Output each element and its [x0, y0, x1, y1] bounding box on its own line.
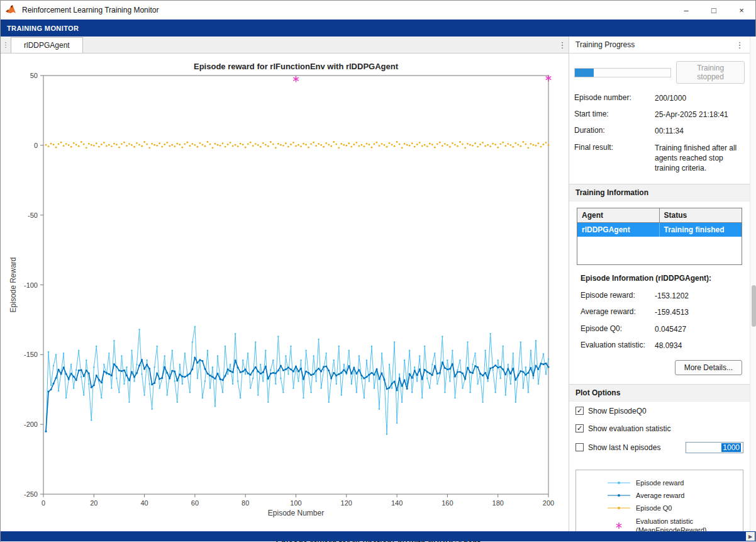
svg-text:-200: -200	[24, 421, 38, 428]
svg-text:-100: -100	[24, 281, 38, 289]
scrollbar-thumb[interactable]	[752, 285, 756, 327]
table-header-row: Agent Status	[577, 208, 742, 223]
status-cell: Training finished	[660, 223, 742, 237]
panel-kebab-menu-icon[interactable]: ⋮	[733, 40, 746, 50]
episode-information-heading: Episode Information (rlDDPGAgent):	[569, 266, 750, 284]
training-progress-fill	[575, 69, 594, 77]
drag-handle-icon[interactable]: ⋮	[1, 37, 11, 53]
svg-text:Episode Number: Episode Number	[268, 509, 324, 517]
svg-text:0: 0	[42, 499, 45, 507]
table-empty-area	[577, 237, 742, 264]
field-label: Episode number:	[574, 93, 655, 103]
window-title: Reinforcement Learning Training Monitor	[22, 6, 158, 14]
duration-row: Duration: 00:11:34	[574, 123, 745, 139]
panel-body: Training stopped Episode number: 200/100…	[569, 54, 750, 531]
option-label: Show EpisodeQ0	[588, 407, 647, 415]
progress-row: Training stopped	[569, 54, 750, 86]
average-reward-row: Average reward: -159.4513	[581, 304, 745, 320]
more-details-row: More Details...	[569, 355, 750, 378]
svg-text:60: 60	[191, 499, 199, 507]
svg-text:160: 160	[442, 499, 453, 507]
svg-text:200: 200	[543, 499, 554, 507]
episode-number-row: Episode number: 200/1000	[574, 90, 745, 106]
chart-legend: Episode reward Average reward	[575, 470, 743, 531]
field-value: -159.4513	[655, 307, 745, 317]
field-value: 25-Apr-2025 21:18:41	[655, 110, 745, 120]
chart-host: 020406080100120140160180200500-50-100-15…	[1, 54, 569, 533]
legend-item-average-reward: Average reward	[576, 489, 743, 502]
show-episodeq0-checkbox[interactable]	[575, 407, 584, 415]
minimize-icon[interactable]: –	[672, 1, 700, 20]
app-window: Reinforcement Learning Training Monitor …	[0, 0, 756, 542]
field-label: Duration:	[574, 126, 655, 136]
field-value: 00:11:34	[655, 126, 745, 136]
vertical-scrollbar[interactable]	[750, 37, 756, 531]
field-value: 0.045427	[655, 324, 745, 334]
show-last-n-episodes-checkbox[interactable]	[575, 443, 584, 451]
agent-cell: rlDDPGAgent	[577, 223, 660, 237]
training-summary: Episode number: 200/1000 Start time: 25-…	[569, 86, 750, 178]
svg-text:140: 140	[391, 499, 403, 507]
more-details-button[interactable]: More Details...	[675, 360, 742, 375]
option-label: Show last N episodes	[588, 443, 660, 452]
show-evaluation-statistic-option: Show evaluation statistic	[569, 419, 750, 437]
episode-q0-row: Episode Q0: 0.045427	[581, 321, 745, 337]
field-label: Episode reward:	[581, 291, 655, 301]
option-label: Show evaluation statistic	[588, 424, 670, 433]
field-value: 200/1000	[655, 93, 745, 103]
svg-text:40: 40	[140, 499, 148, 507]
close-icon[interactable]: ×	[728, 1, 755, 20]
window-controls: – □ ×	[672, 1, 755, 20]
field-value: 48.0934	[655, 341, 745, 351]
tab-label: rlDDPGAgent	[24, 41, 70, 50]
field-label: Evaluation statistic:	[581, 341, 655, 351]
episode-q0-marker-icon	[608, 505, 630, 511]
legend-item-evaluation-statistic: Evaluation statistic (MeanEpisodeReward)	[576, 514, 743, 531]
tab-rlddpgagent[interactable]: rlDDPGAgent	[11, 37, 83, 53]
average-reward-marker-icon	[608, 492, 630, 499]
matlab-logo-icon	[6, 5, 17, 15]
main-area: ⋮ rlDDPGAgent ⋮ 020406080100120140160180…	[1, 37, 755, 531]
panel-title: Training Progress	[575, 40, 733, 49]
ribbon-tab-label: TRAINING MONITOR	[7, 25, 79, 32]
episode-reward-marker-icon	[608, 480, 630, 486]
document-kebab-menu-icon[interactable]: ⋮	[556, 37, 569, 53]
status-column-header: Status	[660, 208, 742, 222]
training-information-heading: Training Information	[569, 184, 750, 201]
panel-header: Training Progress ⋮	[569, 37, 750, 54]
show-evaluation-statistic-checkbox[interactable]	[575, 424, 584, 432]
svg-text:Episode reward for rlFunctionE: Episode reward for rlFunctionEnv with rl…	[194, 62, 399, 71]
document-area: ⋮ rlDDPGAgent ⋮ 020406080100120140160180…	[1, 37, 569, 531]
field-label: Average reward:	[581, 307, 655, 317]
ribbon-tab-training-monitor[interactable]: TRAINING MONITOR	[1, 20, 755, 37]
agent-status-table: Agent Status rlDDPGAgent Training finish…	[577, 208, 742, 265]
field-value: Training finished after all agents reach…	[655, 143, 745, 174]
episode-information: Episode reward: -153.1202 Average reward…	[569, 284, 750, 355]
status-bar: ▶	[1, 531, 755, 541]
svg-text:180: 180	[492, 499, 504, 507]
svg-text:-50: -50	[28, 212, 38, 219]
show-last-n-episodes-option: Show last N episodes 1000	[569, 437, 750, 457]
legend-label: Evaluation statistic (MeanEpisodeReward)	[636, 517, 707, 531]
legend-label: Episode reward	[636, 479, 684, 487]
table-row[interactable]: rlDDPGAgent Training finished	[577, 223, 742, 237]
svg-text:50: 50	[30, 72, 38, 79]
svg-text:120: 120	[341, 499, 352, 507]
field-label: Start time:	[574, 110, 655, 120]
svg-text:20: 20	[90, 499, 97, 507]
training-stopped-button[interactable]: Training stopped	[676, 61, 745, 84]
svg-text:0: 0	[34, 142, 38, 149]
legend-label: Average reward	[636, 492, 684, 499]
show-episodeq0-option: Show EpisodeQ0	[569, 402, 750, 419]
scroll-right-icon[interactable]: ▶	[746, 532, 755, 541]
last-n-episodes-input[interactable]: 1000	[686, 442, 743, 453]
svg-text:-250: -250	[24, 490, 38, 498]
maximize-icon[interactable]: □	[700, 1, 728, 20]
legend-item-episode-reward: Episode reward	[576, 477, 743, 489]
svg-text:100: 100	[290, 499, 301, 507]
field-label: Episode Q0:	[581, 324, 655, 334]
plot-options-heading: Plot Options	[569, 384, 750, 402]
agent-column-header: Agent	[577, 208, 660, 222]
field-value: -153.1202	[655, 291, 745, 301]
training-progress-panel: Training Progress ⋮ Training stopped Epi…	[569, 37, 750, 531]
